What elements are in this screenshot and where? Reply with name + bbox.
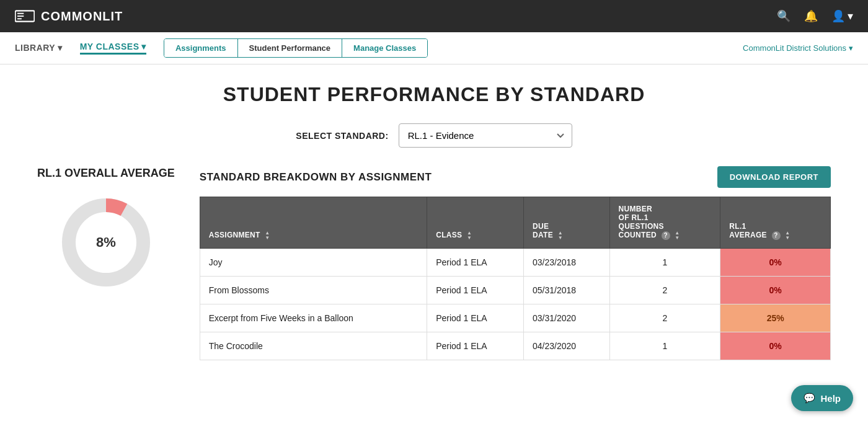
bell-icon[interactable]: 🔔 [804, 9, 818, 23]
assignment-name: From Blossoms [200, 277, 427, 304]
assignment-name: Excerpt from Five Weeks in a Balloon [200, 304, 427, 332]
assignment-questions: 1 [609, 249, 720, 277]
table-row: Excerpt from Five Weeks in a Balloon Per… [200, 304, 830, 332]
sec-nav-left: LIBRARY ▾ MY CLASSES ▾ Assignments Stude… [15, 38, 428, 58]
assignment-due-date: 05/31/2018 [524, 277, 609, 304]
tab-manage-classes[interactable]: Manage Classes [342, 39, 427, 57]
assignment-average: 0% [720, 332, 831, 360]
assignment-class: Period 1 ELA [427, 332, 524, 360]
district-link[interactable]: CommonLit District Solutions ▾ [743, 43, 853, 53]
logo-text: COMMONLIT [41, 9, 123, 24]
chevron-down-icon: ▾ [58, 43, 63, 53]
table-row: From Blossoms Period 1 ELA 05/31/2018 2 … [200, 277, 830, 304]
assignment-name: The Crocodile [200, 332, 427, 360]
questions-help-icon[interactable]: ? [662, 231, 670, 240]
sort-arrows-due-date[interactable]: ▲▼ [558, 231, 563, 241]
user-icon[interactable]: 👤 ▾ [831, 9, 854, 23]
assignment-due-date: 03/23/2018 [524, 249, 609, 277]
assignment-average: 0% [720, 249, 831, 277]
col-due-date[interactable]: DUEDATE ▲▼ [524, 197, 609, 249]
assignment-class: Period 1 ELA [427, 249, 524, 277]
tab-assignments[interactable]: Assignments [164, 39, 238, 57]
table-section-title: STANDARD BREAKDOWN BY ASSIGNMENT [200, 171, 432, 184]
sort-arrows-questions[interactable]: ▲▼ [675, 231, 680, 241]
table-body: Joy Period 1 ELA 03/23/2018 1 0% From Bl… [200, 249, 830, 360]
assignment-average: 0% [720, 277, 831, 304]
col-questions[interactable]: NUMBEROF RL.1QUESTIONSCOUNTED ? ▲▼ [609, 197, 720, 249]
col-class[interactable]: CLASS ▲▼ [427, 197, 524, 249]
donut-section: RL.1 OVERALL AVERAGE 8% [37, 166, 175, 292]
assignment-due-date: 04/23/2020 [524, 332, 609, 360]
table-row: Joy Period 1 ELA 03/23/2018 1 0% [200, 249, 830, 277]
sort-arrows-class[interactable]: ▲▼ [467, 231, 472, 241]
col-average[interactable]: RL.1AVERAGE ? ▲▼ [720, 197, 831, 249]
table-section: STANDARD BREAKDOWN BY ASSIGNMENT DOWNLOA… [200, 166, 831, 360]
sort-arrows-assignment[interactable]: ▲▼ [265, 231, 270, 241]
assignments-table: ASSIGNMENT ▲▼ CLASS ▲▼ DUEDATE ▲▼ NUMB [200, 197, 831, 360]
assignment-name: Joy [200, 249, 427, 277]
tab-group: Assignments Student Performance Manage C… [164, 38, 428, 58]
logo[interactable]: COMMONLIT [15, 9, 123, 24]
assignment-class: Period 1 ELA [427, 304, 524, 332]
sort-arrows-average[interactable]: ▲▼ [785, 231, 790, 241]
chevron-down-icon: ▾ [141, 42, 146, 51]
tab-student-performance[interactable]: Student Performance [238, 39, 342, 57]
average-help-icon[interactable]: ? [772, 231, 781, 240]
assignment-class: Period 1 ELA [427, 277, 524, 304]
page-title: STUDENT PERFORMANCE BY STANDARD [37, 83, 831, 106]
assignment-questions: 2 [609, 304, 720, 332]
col-assignment[interactable]: ASSIGNMENT ▲▼ [200, 197, 427, 249]
secondary-navigation: LIBRARY ▾ MY CLASSES ▾ Assignments Stude… [0, 32, 868, 64]
chevron-down-icon: ▾ [849, 43, 853, 53]
assignment-average: 25% [720, 304, 831, 332]
standard-select-row: SELECT STANDARD: RL.1 - Evidence RL.2 - … [37, 123, 831, 148]
library-nav[interactable]: LIBRARY ▾ [15, 43, 63, 54]
download-report-button[interactable]: DOWNLOAD REPORT [717, 166, 831, 188]
table-header-row: STANDARD BREAKDOWN BY ASSIGNMENT DOWNLOA… [200, 166, 831, 188]
top-navigation: COMMONLIT 🔍 🔔 👤 ▾ [0, 0, 868, 32]
assignment-questions: 1 [609, 332, 720, 360]
donut-chart: 8% [56, 193, 156, 292]
select-standard-label: SELECT STANDARD: [296, 131, 388, 141]
donut-label: 8% [96, 234, 116, 251]
table-row: The Crocodile Period 1 ELA 04/23/2020 1 … [200, 332, 830, 360]
search-icon[interactable]: 🔍 [777, 9, 790, 23]
top-nav-icons: 🔍 🔔 👤 ▾ [777, 9, 854, 23]
my-classes-nav[interactable]: MY CLASSES ▾ [80, 42, 146, 55]
table-header: ASSIGNMENT ▲▼ CLASS ▲▼ DUEDATE ▲▼ NUMB [200, 197, 830, 249]
content-area: RL.1 OVERALL AVERAGE 8% STANDARD BREAKDO… [37, 166, 831, 360]
assignment-questions: 2 [609, 277, 720, 304]
assignment-due-date: 03/31/2020 [524, 304, 609, 332]
main-content: STUDENT PERFORMANCE BY STANDARD SELECT S… [0, 64, 868, 379]
standard-select[interactable]: RL.1 - Evidence RL.2 - Theme RL.3 - Char… [399, 123, 572, 148]
donut-title: RL.1 OVERALL AVERAGE [37, 166, 175, 180]
